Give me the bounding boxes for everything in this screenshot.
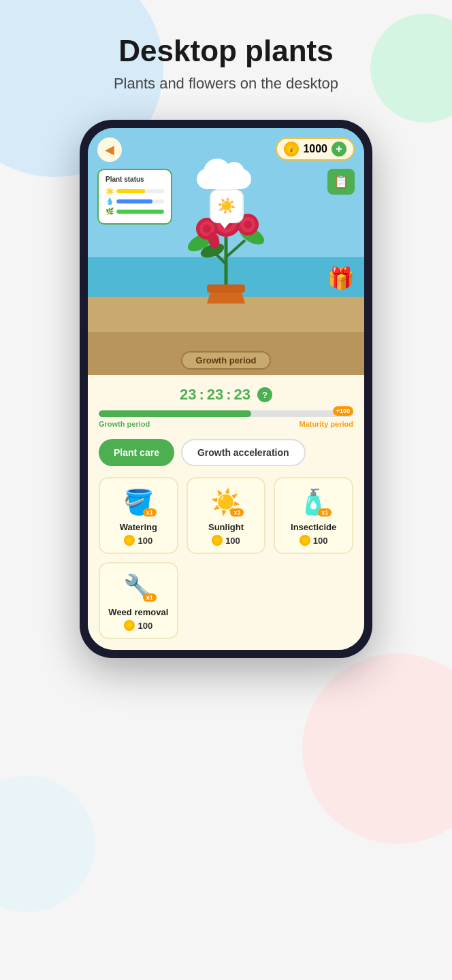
phone-frame: ◀ 💰 1000 + Plant status 🌟	[80, 120, 372, 658]
coin-display: 💰 1000 +	[276, 137, 355, 161]
tab-row: Plant care Growth acceleration	[99, 439, 353, 466]
leaf-bar-fill	[116, 210, 164, 214]
leaf-bar-bg	[116, 210, 164, 214]
watering-cost: 100	[124, 535, 152, 546]
insecticide-cost-amount: 100	[313, 536, 328, 546]
bg-blob-lightblue	[0, 776, 95, 912]
watering-quantity: x1	[143, 508, 157, 517]
sunlight-name: Sunlight	[208, 522, 244, 532]
timer-minutes: 23	[207, 386, 223, 404]
game-scene: ◀ 💰 1000 + Plant status 🌟	[88, 128, 364, 346]
weed-removal-cost-amount: 100	[138, 621, 152, 631]
water-bar-fill	[116, 199, 152, 203]
insecticide-icon-container: 🧴 x1	[298, 488, 329, 517]
notebook-button[interactable]: 📋	[327, 169, 355, 195]
plant-status-title: Plant status	[106, 176, 164, 183]
progress-bg	[99, 410, 353, 417]
timer-seconds: 23	[234, 386, 251, 404]
sunlight-icon-container: ☀️ x1	[210, 488, 241, 517]
weed-removal-icon-container: 🔧 x1	[123, 573, 154, 602]
timer-hours: 23	[180, 386, 196, 404]
sunlight-cost-coin	[212, 535, 223, 546]
care-item-weed-removal[interactable]: 🔧 x1 Weed removal 100	[99, 562, 178, 639]
weed-removal-cost: 100	[124, 620, 152, 631]
growth-band-label: Growth period	[181, 351, 272, 370]
progress-labels: Growth period Maturity period	[99, 420, 353, 428]
status-row-sun: 🌟	[106, 187, 164, 195]
sunlight-cost-amount: 100	[225, 536, 240, 546]
care-item-insecticide[interactable]: 🧴 x1 Insecticide 100	[274, 477, 353, 554]
back-button[interactable]: ◀	[97, 137, 122, 162]
care-item-sunlight[interactable]: ☀️ x1 Sunlight 100	[187, 477, 266, 554]
progress-badge: +100	[333, 406, 353, 416]
weed-removal-name: Weed removal	[108, 607, 168, 617]
timer-colon-1: :	[199, 386, 204, 404]
sun-bar-fill	[116, 189, 145, 193]
bg-blob-pink	[302, 653, 452, 844]
watering-icon-container: 🪣 x1	[123, 488, 154, 517]
sunlight-cost: 100	[212, 535, 240, 546]
plant-status-box: Plant status 🌟 💧 🌿	[97, 169, 172, 225]
svg-point-15	[244, 220, 252, 229]
watering-cost-amount: 100	[138, 536, 152, 546]
gift-icon: 🎁	[327, 266, 355, 291]
svg-rect-17	[207, 284, 245, 293]
weed-removal-cost-coin	[124, 620, 135, 631]
water-bar-bg	[116, 199, 164, 203]
gift-button[interactable]: 🎁	[327, 265, 355, 291]
coin-icon: 💰	[284, 142, 299, 157]
svg-point-12	[203, 225, 211, 233]
notebook-icon: 📋	[334, 174, 349, 189]
coin-plus-button[interactable]: +	[332, 142, 346, 157]
tab-growth-acceleration[interactable]: Growth acceleration	[181, 439, 306, 466]
tab-plant-care[interactable]: Plant care	[99, 439, 174, 466]
insecticide-quantity: x1	[318, 508, 332, 517]
sun-bar-bg	[116, 189, 164, 193]
weed-removal-quantity: x1	[143, 593, 157, 602]
sunlight-quantity: x1	[230, 508, 244, 517]
status-row-leaf: 🌿	[106, 208, 164, 215]
desk-front	[88, 332, 364, 346]
timer-row: 23 : 23 : 23 ?	[99, 386, 353, 404]
care-item-watering[interactable]: 🪣 x1 Watering 100	[99, 477, 178, 554]
insecticide-cost: 100	[300, 535, 328, 546]
insecticide-name: Insecticide	[291, 522, 336, 532]
care-items-grid-bottom: 🔧 x1 Weed removal 100	[99, 562, 353, 639]
svg-line-2	[226, 240, 245, 257]
progress-label-right: Maturity period	[300, 420, 353, 428]
care-items-grid: 🪣 x1 Watering 100 ☀️ x1	[99, 477, 353, 554]
water-status-icon: 💧	[106, 197, 114, 205]
app-title: Desktop plants	[118, 34, 333, 68]
speech-bubble-icon: ☀️	[217, 197, 236, 215]
watering-cost-coin	[124, 535, 135, 546]
phone-screen: ◀ 💰 1000 + Plant status 🌟	[88, 128, 364, 650]
coin-amount: 1000	[303, 143, 327, 155]
app-subtitle: Plants and flowers on the desktop	[114, 75, 338, 93]
leaf-status-icon: 🌿	[106, 208, 114, 215]
status-row-water: 💧	[106, 197, 164, 205]
help-button[interactable]: ?	[257, 387, 272, 402]
watering-name: Watering	[120, 522, 157, 532]
progress-fill	[99, 410, 251, 417]
growth-band: Growth period	[88, 346, 364, 375]
timer-colon-2: :	[226, 386, 231, 404]
speech-bubble: ☀️	[210, 189, 244, 223]
insecticide-cost-coin	[300, 535, 310, 546]
sun-status-icon: 🌟	[106, 187, 114, 195]
back-arrow-icon: ◀	[105, 142, 114, 157]
bottom-panel: 23 : 23 : 23 ? +100 Growth period Matur	[88, 375, 364, 650]
progress-row: +100	[99, 410, 353, 417]
progress-label-left: Growth period	[99, 420, 150, 428]
